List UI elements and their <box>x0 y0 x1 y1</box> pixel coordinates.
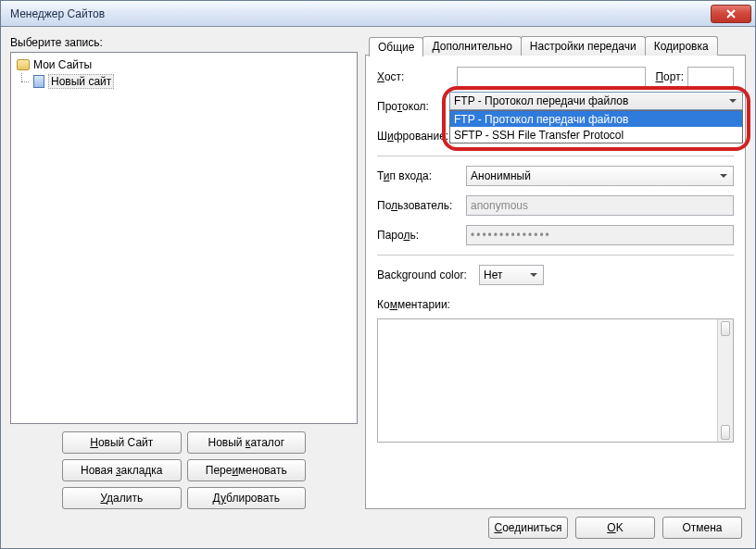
protocol-select-value: FTP - Протокол передачи файлов <box>454 94 628 107</box>
row-host: Хост: Порт: <box>377 67 734 87</box>
comments-label: Комментарии: <box>377 298 450 311</box>
host-input[interactable] <box>457 67 646 87</box>
right-column: Общие Дополнительно Настройки передачи К… <box>365 36 746 509</box>
row-bgcolor: Background color: Нет <box>377 265 734 285</box>
new-bookmark-button[interactable]: Новая закладка <box>62 459 182 481</box>
logon-type-value: Анонимный <box>471 169 531 182</box>
cancel-button[interactable]: Отмена <box>662 517 742 539</box>
row-user: Пользователь: <box>377 195 734 216</box>
titlebar[interactable]: Менеджер Сайтов <box>1 1 755 27</box>
window-title: Менеджер Сайтов <box>10 7 105 20</box>
left-buttons: Новый Сайт Новый каталог Новая закладка … <box>10 431 358 509</box>
logon-type-label: Тип входа: <box>377 169 466 182</box>
connect-button[interactable]: Соединиться <box>488 517 568 539</box>
tree-root-label: Мои Сайты <box>33 58 92 71</box>
tab-charset[interactable]: Кодировка <box>645 36 718 56</box>
folder-icon <box>17 59 30 70</box>
tab-general[interactable]: Общие <box>369 37 423 56</box>
tree-item[interactable]: Новый сайт <box>13 73 355 90</box>
left-column: Выберите запись: Мои Сайты Новый сайт Но… <box>10 36 358 509</box>
row-password: Пароль: <box>377 225 734 245</box>
close-icon <box>726 9 736 19</box>
separator <box>377 156 734 156</box>
row-comments-label: Комментарии: <box>377 294 734 315</box>
close-button[interactable] <box>711 5 751 23</box>
separator <box>377 255 734 256</box>
protocol-label: Протокол: <box>377 100 457 113</box>
encryption-label: Шифрование: <box>377 130 457 143</box>
bgcolor-select[interactable]: Нет <box>479 265 544 285</box>
protocol-option-ftp[interactable]: FTP - Протокол передачи файлов <box>450 111 742 127</box>
rename-button[interactable]: Переименовать <box>187 459 307 481</box>
port-input[interactable] <box>687 67 734 87</box>
tree-root[interactable]: Мои Сайты <box>13 56 355 73</box>
protocol-select[interactable]: FTP - Протокол передачи файлов <box>449 92 743 110</box>
password-input <box>466 225 734 245</box>
sites-tree[interactable]: Мои Сайты Новый сайт <box>10 52 358 424</box>
site-icon <box>33 75 44 88</box>
scrollbar-vertical[interactable] <box>717 319 733 442</box>
port-label: Порт: <box>655 70 684 83</box>
comments-textarea[interactable] <box>377 318 734 443</box>
logon-type-select[interactable]: Анонимный <box>466 166 734 186</box>
protocol-options-list: FTP - Протокол передачи файлов SFTP - SS… <box>449 110 743 143</box>
site-manager-window: Менеджер Сайтов Выберите запись: Мои Сай… <box>0 0 756 549</box>
delete-button[interactable]: Удалить <box>62 487 182 509</box>
user-label: Пользователь: <box>377 199 466 212</box>
bgcolor-value: Нет <box>484 268 502 281</box>
tree-item-label: Новый сайт <box>48 74 114 89</box>
client-area: Выберите запись: Мои Сайты Новый сайт Но… <box>1 27 755 548</box>
new-folder-button[interactable]: Новый каталог <box>187 431 307 454</box>
main-split: Выберите запись: Мои Сайты Новый сайт Но… <box>10 36 746 509</box>
tab-advanced[interactable]: Дополнительно <box>422 36 521 56</box>
user-input <box>466 195 734 216</box>
duplicate-button[interactable]: Дублировать <box>187 487 307 509</box>
tabs: Общие Дополнительно Настройки передачи К… <box>365 36 746 56</box>
bgcolor-label: Background color: <box>377 268 479 281</box>
new-site-button[interactable]: Новый Сайт <box>62 431 182 454</box>
row-logon-type: Тип входа: Анонимный <box>377 166 734 186</box>
tab-panel-general: Хост: Порт: Протокол: Шифрование: <box>365 55 746 509</box>
host-label: Хост: <box>377 70 457 83</box>
dialog-footer: Соединиться OK Отмена <box>10 509 746 543</box>
protocol-dropdown-annotation: FTP - Протокол передачи файлов FTP - Про… <box>442 86 750 151</box>
protocol-option-sftp[interactable]: SFTP - SSH File Transfer Protocol <box>450 127 742 143</box>
select-entry-label: Выберите запись: <box>10 36 358 49</box>
tab-transfer[interactable]: Настройки передачи <box>521 36 646 56</box>
ok-button[interactable]: OK <box>575 517 655 539</box>
password-label: Пароль: <box>377 229 466 242</box>
